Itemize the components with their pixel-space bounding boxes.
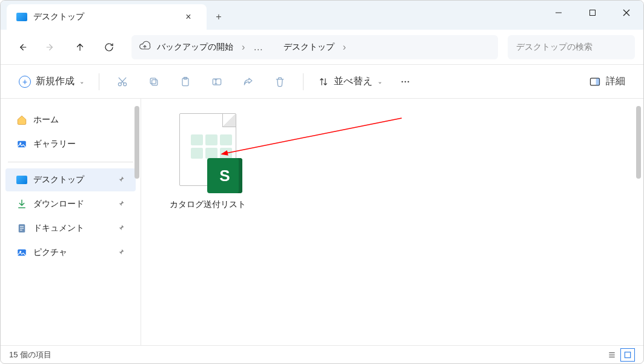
delete-button[interactable] xyxy=(265,70,294,94)
svg-rect-15 xyxy=(596,78,600,85)
svg-point-11 xyxy=(402,81,403,82)
cloud-icon xyxy=(139,40,151,55)
address-bar[interactable]: バックアップの開始 › … › デスクトップ › xyxy=(131,35,498,59)
download-icon xyxy=(16,199,27,210)
cut-button[interactable] xyxy=(108,70,137,94)
sidebar-item-downloads[interactable]: ダウンロード xyxy=(5,193,136,216)
new-tab-button[interactable]: + xyxy=(207,4,231,30)
svg-rect-7 xyxy=(150,78,156,84)
tab-title: デスクトップ xyxy=(33,12,174,22)
sidebar-item-home[interactable]: ホーム xyxy=(5,108,136,131)
tab-desktop[interactable]: デスクトップ × xyxy=(7,4,207,30)
paste-button[interactable] xyxy=(171,70,200,94)
rename-button[interactable] xyxy=(202,70,231,94)
icon-view-button[interactable] xyxy=(620,348,635,362)
desktop-icon xyxy=(16,13,27,21)
desktop-icon xyxy=(16,176,27,184)
plus-circle-icon: + xyxy=(19,76,31,88)
content-area[interactable]: S カタログ送付リスト xyxy=(141,99,643,345)
file-name: カタログ送付リスト xyxy=(159,199,256,210)
list-view-button[interactable] xyxy=(605,348,619,362)
nav-bar: バックアップの開始 › … › デスクトップ › デスクトップの検索 xyxy=(1,30,643,65)
sidebar-item-desktop[interactable]: デスクトップ xyxy=(5,168,136,191)
chevron-down-icon: ⌄ xyxy=(79,78,84,85)
chevron-down-icon: ⌄ xyxy=(377,78,382,85)
content-scrollbar[interactable] xyxy=(636,106,641,179)
sidebar-scrollbar[interactable] xyxy=(134,106,139,179)
up-button[interactable] xyxy=(67,35,93,59)
pin-icon xyxy=(118,248,125,257)
window-controls xyxy=(542,1,643,30)
title-bar: デスクトップ × + xyxy=(1,1,643,30)
spreadsheet-file-icon: S xyxy=(174,113,241,192)
close-tab-button[interactable]: × xyxy=(180,8,197,25)
share-button[interactable] xyxy=(234,70,263,94)
search-input[interactable]: デスクトップの検索 xyxy=(508,35,635,59)
chevron-right-icon[interactable]: › xyxy=(340,42,348,53)
gallery-icon xyxy=(16,139,27,150)
more-button[interactable] xyxy=(391,70,420,94)
pin-icon xyxy=(118,223,125,233)
back-button[interactable] xyxy=(9,35,35,59)
maximize-button[interactable] xyxy=(576,1,609,25)
sidebar-item-pictures[interactable]: ピクチャ xyxy=(5,241,136,264)
status-bar: 15 個の項目 xyxy=(1,345,643,363)
pin-icon xyxy=(118,175,125,185)
minimize-button[interactable] xyxy=(542,1,576,25)
file-item[interactable]: S カタログ送付リスト xyxy=(159,113,256,210)
sort-button[interactable]: 並べ替え ⌄ xyxy=(312,71,388,91)
new-button[interactable]: + 新規作成 ⌄ xyxy=(13,71,90,91)
close-window-button[interactable] xyxy=(609,1,643,25)
breadcrumb-desktop[interactable]: デスクトップ xyxy=(284,42,334,53)
sidebar: ホーム ギャラリー デスクトップ ダウンロード ドキュメント xyxy=(1,99,141,345)
breadcrumb-overflow[interactable]: … xyxy=(253,42,263,53)
sidebar-item-documents[interactable]: ドキュメント xyxy=(5,217,136,240)
toolbar: + 新規作成 ⌄ 並べ替え ⌄ 詳細 xyxy=(1,65,643,99)
chevron-right-icon[interactable]: › xyxy=(239,42,247,53)
svg-rect-1 xyxy=(590,10,596,16)
body: ホーム ギャラリー デスクトップ ダウンロード ドキュメント xyxy=(1,99,643,345)
svg-rect-28 xyxy=(625,352,630,357)
svg-point-12 xyxy=(405,81,407,82)
sidebar-item-gallery[interactable]: ギャラリー xyxy=(5,133,136,156)
svg-rect-6 xyxy=(152,79,158,85)
item-count: 15 個の項目 xyxy=(9,349,51,360)
details-pane-button[interactable]: 詳細 xyxy=(583,71,631,91)
breadcrumb-backup[interactable]: バックアップの開始 xyxy=(157,42,233,53)
forward-button[interactable] xyxy=(38,35,64,59)
pin-icon xyxy=(118,199,125,209)
copy-button[interactable] xyxy=(139,70,168,94)
home-icon xyxy=(16,114,27,125)
document-icon xyxy=(16,223,27,234)
refresh-button[interactable] xyxy=(96,35,122,59)
svg-point-13 xyxy=(408,81,410,82)
pictures-icon xyxy=(16,247,27,258)
